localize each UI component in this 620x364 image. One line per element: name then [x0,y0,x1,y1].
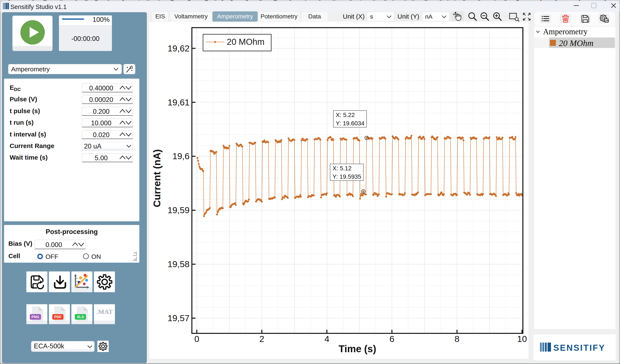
svg-text:19,61: 19,61 [168,97,189,107]
svg-text:Time (s): Time (s) [339,343,376,354]
svg-text:X: 5.22: X: 5.22 [336,112,355,118]
svg-text:Y: 19.6034: Y: 19.6034 [336,120,364,127]
svg-text:19,57: 19,57 [168,313,189,323]
svg-text:Y: 19.5935: Y: 19.5935 [332,173,361,180]
svg-text:PDF: PDF [54,315,62,319]
svg-text:0: 0 [194,334,199,344]
svg-text:8: 8 [454,334,459,344]
svg-text:4: 4 [324,334,329,344]
svg-text:19,6: 19,6 [172,151,189,161]
svg-text:Current (nA): Current (nA) [151,149,162,207]
svg-text:10: 10 [517,334,527,344]
svg-text:X: 5.12: X: 5.12 [332,165,352,172]
svg-text:20 MOhm: 20 MOhm [227,37,264,46]
svg-text:XLS: XLS [77,315,84,319]
svg-text:6: 6 [389,334,394,344]
svg-text:19,58: 19,58 [168,259,189,269]
svg-text:19,59: 19,59 [168,205,189,215]
svg-text:PNG: PNG [31,315,39,319]
svg-text:2: 2 [259,334,264,344]
svg-text:19,62: 19,62 [168,44,189,53]
